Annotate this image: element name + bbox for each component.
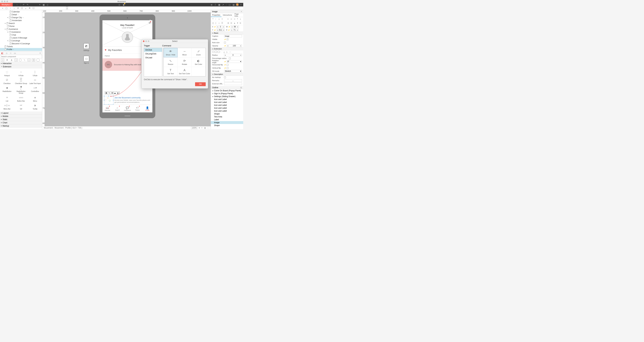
pctradius-checkbox[interactable] [229,57,231,59]
outline-item[interactable]: ▶Sign In (Popup Panel) [211,92,243,95]
sel-eraser-icon[interactable]: ⌫ [111,92,114,94]
ungroup-icon[interactable]: ⊟ [230,22,233,24]
traffic-close-icon[interactable] [1,1,3,2]
sel-color-icon[interactable]: ▬ [114,92,116,94]
command-grid[interactable]: 👁Show / Hide↔Move⤢Zoom⤡Resize⟳Rotate◐Set… [164,48,206,76]
outline-item[interactable]: Image [211,121,243,124]
component-h-rule[interactable]: ─H.Rule [14,69,28,77]
trigger-onlongclick[interactable]: OnLongClick [144,52,162,56]
tab-properties[interactable]: Properties [211,13,222,17]
tree-item[interactable]: ▼Assistance [0,30,42,33]
up-icon[interactable]: ↑ [9,7,12,9]
tree-item[interactable]: Tickets [0,45,42,48]
tree-item[interactable]: Become A Concierge [0,42,42,45]
collapse-left-icon[interactable]: ◂ [66,6,68,10]
filter-circle-icon[interactable] [19,59,22,61]
section-static[interactable]: ▶Static [0,118,42,121]
component-combobox[interactable]: ▭▾ComboBox [28,85,42,95]
tree-item[interactable]: Amsterdam [0,19,42,22]
component-label-text-input[interactable]: ▭Label Text Input [28,77,42,85]
outline-item[interactable]: Icon and Label [211,107,243,109]
opacity-input[interactable]: ◂100▸ [227,44,242,47]
outline-item[interactable]: Text Area [211,115,243,118]
filter-button-icon[interactable]: ▭ [1,59,4,61]
brand-menu[interactable]: Mockplus [0,3,13,6]
h-input[interactable]: ◂71▸ [230,29,238,31]
outline-item[interactable]: ▶Come On Board (Popup Panel) [211,89,243,92]
open-icon[interactable]: ☐ [20,7,23,9]
w-input[interactable]: ◂86▸ [231,25,239,28]
visible-checkbox[interactable] [227,38,228,40]
align-right-icon[interactable]: ▭ [218,22,220,24]
sel-image-icon[interactable]: 🖼 [105,92,108,94]
tree-item[interactable]: Chat [0,33,42,36]
component-search-input[interactable] [0,55,42,58]
component-menu[interactable]: ≣Menu [28,95,42,103]
outline-item[interactable]: Icon and Label [211,104,243,107]
tree-item[interactable]: ▼Assistance [0,28,42,30]
tab-page-links[interactable]: Page links [233,13,243,17]
hflip-checkbox[interactable] [227,64,228,66]
caption-input[interactable] [224,35,242,37]
preview-icon[interactable]: ◉? [122,3,125,6]
zoom-level[interactable]: 100% [191,127,198,129]
settings-widget[interactable]: ◩ Settings [84,43,89,51]
align-justify-icon[interactable]: ☰ [221,22,224,24]
command-resize[interactable]: ⤡Resize [164,57,178,67]
page-tree[interactable]: CalendarDetail•▼Change City•Amsterdam▼Se… [0,10,42,51]
magnet-icon[interactable]: ⌖ [38,3,41,6]
nav-tab-tickets[interactable]: 🏷Tickets [132,105,142,112]
outline-tree[interactable]: ▶Come On Board (Popup Panel)▶Sign In (Po… [211,89,243,129]
component-checkbox-group[interactable]: ☑ ☐Checkbox Group [14,77,28,85]
markup-checkbox[interactable] [224,76,226,78]
shape-circle-icon[interactable] [212,51,214,53]
tree-item[interactable]: Calendar [0,10,42,13]
tab-interactions[interactable]: Interactions [222,13,233,17]
tree-item[interactable]: ▼Change City• [0,16,42,19]
export-icon[interactable]: ↗ [222,3,224,6]
folder-icon[interactable]: ▢ [5,7,8,9]
command-zoom[interactable]: ⤢Zoom [192,48,206,57]
component-button-bar[interactable]: ▭▭Button Bar [14,95,28,103]
nav-tab-discover[interactable]: 📖Discover [102,105,112,112]
filter-line-icon[interactable]: ╲ [23,59,26,61]
align-down-icon[interactable]: ↧ [221,18,224,20]
ruler-vertical[interactable]: 100200300400500600700800 [42,12,45,126]
refresh-icon[interactable]: ⟳ [17,7,19,9]
app-icon[interactable] [236,3,238,6]
section-description[interactable]: Description [211,73,243,76]
tree-item[interactable]: Detail• [0,13,42,16]
sel-more-icon[interactable]: ▮ [116,92,119,94]
filter-image-icon[interactable]: ◫ [32,59,35,61]
outline-item[interactable]: Shape [211,112,243,115]
panel-close-icon[interactable]: × [240,3,242,6]
command-set-text[interactable]: TSet Text [164,67,178,76]
filter-smiley-icon[interactable]: ☺ [28,59,30,61]
dist-h-icon[interactable]: ⇤ [228,18,230,20]
tree-item[interactable]: Profile• [0,48,42,51]
undo-icon[interactable]: ↶ [22,3,25,6]
align-hcenter-icon[interactable]: ▯ [215,22,218,24]
filter-text-icon[interactable]: A [6,59,9,61]
guide-icon[interactable]: ◇ [46,3,49,6]
components-tab-icon[interactable]: ◧ [1,52,4,54]
section-interaction[interactable]: ▶Interaction [0,62,42,65]
group-icon[interactable]: ⊞ [228,22,230,24]
back-icon[interactable]: ▼ [237,22,239,24]
nav-tab-search[interactable]: ⌕Search [112,105,122,112]
command-set-text-color[interactable]: ASet Text Color [178,67,192,76]
play-icon[interactable]: ▷ [118,3,121,6]
link-icon[interactable]: ☐ [32,7,35,9]
avatar-icon[interactable] [122,31,133,43]
url-input[interactable] [224,82,242,85]
selected-image[interactable]: ☆ ♡ ◇ [105,97,113,104]
share-icon[interactable]: ⤴ [214,3,217,6]
align-top-icon[interactable]: ⤒ [212,18,214,20]
component-list[interactable]: ≡List [0,95,14,103]
section-extension[interactable]: Extension [211,47,243,50]
y-input[interactable]: ◂611▸ [216,29,224,31]
shape-triangle2-icon[interactable]: ▷ [226,51,228,53]
fullscreen-icon[interactable]: ◻ [228,3,231,6]
trigger-onload[interactable]: OnLoad [144,56,162,59]
traffic-max-icon[interactable] [6,1,8,2]
